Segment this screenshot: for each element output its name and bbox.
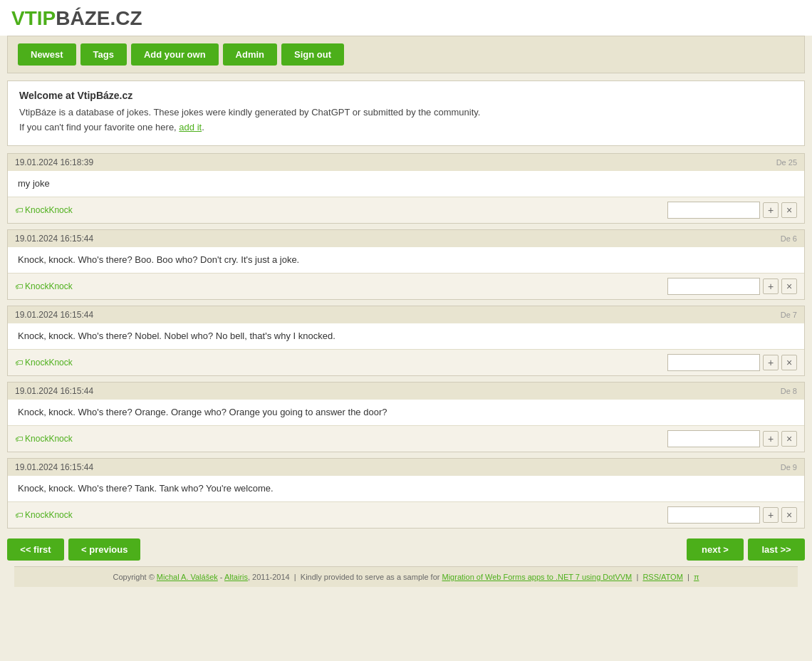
joke-tag-link[interactable]: KnockKnock: [15, 510, 73, 520]
joke-footer: KnockKnock + ×: [8, 425, 804, 452]
footer: Copyright © Michal A. Valášek - Altairis…: [14, 566, 798, 587]
joke-header: 19.01.2024 16:15:44 De 6: [8, 230, 804, 247]
joke-timestamp: 19.01.2024 16:15:44: [15, 310, 93, 320]
joke-header: 19.01.2024 16:15:44 De 7: [8, 306, 804, 323]
tag-input[interactable]: [667, 506, 760, 524]
footer-altairis-link[interactable]: Altairis: [224, 573, 248, 581]
footer-pi-link[interactable]: π: [694, 573, 699, 581]
joke-header: 19.01.2024 16:18:39 De 25: [8, 154, 804, 171]
joke-card: 19.01.2024 16:15:44 De 7 Knock, knock. W…: [7, 306, 805, 376]
tag-area: + ×: [667, 430, 797, 447]
main-content: Welcome at VtipBáze.cz VtipBáze is a dat…: [7, 80, 805, 587]
welcome-text1: VtipBáze is a database of jokes. These j…: [19, 107, 793, 118]
joke-tag-link[interactable]: KnockKnock: [15, 281, 73, 291]
tag-add-button[interactable]: +: [763, 507, 779, 523]
joke-header: 19.01.2024 16:15:44 De 8: [8, 382, 804, 400]
tag-add-button[interactable]: +: [763, 431, 779, 447]
joke-tag-link[interactable]: KnockKnock: [15, 358, 73, 368]
tag-add-button[interactable]: +: [763, 202, 779, 218]
tag-area: + ×: [667, 202, 797, 219]
joke-card: 19.01.2024 16:15:44 De 6 Knock, knock. W…: [7, 229, 805, 300]
joke-card: 19.01.2024 16:15:44 De 8 Knock, knock. W…: [7, 382, 805, 452]
joke-id: De 7: [781, 311, 797, 319]
joke-id: De 6: [781, 234, 797, 243]
joke-body: Knock, knock. Who's there? Nobel. Nobel …: [8, 323, 804, 349]
joke-timestamp: 19.01.2024 16:15:44: [15, 386, 93, 396]
tag-add-button[interactable]: +: [763, 279, 779, 294]
tag-area: + ×: [667, 278, 797, 295]
joke-footer: KnockKnock + ×: [8, 197, 804, 223]
tag-input[interactable]: [667, 202, 760, 219]
welcome-box: Welcome at VtipBáze.cz VtipBáze is a dat…: [7, 80, 805, 146]
tag-remove-button[interactable]: ×: [781, 431, 797, 447]
logo: VTIPBÁZE.CZ: [11, 7, 142, 30]
navbar: Newest Tags Add your own Admin Sign out: [7, 36, 805, 73]
welcome-text2-before: If you can't find your favorite one here…: [19, 122, 177, 132]
newest-button[interactable]: Newest: [18, 43, 76, 66]
previous-button[interactable]: < previous: [68, 538, 140, 561]
joke-body: Knock, knock. Who's there? Orange. Orang…: [8, 400, 804, 425]
tag-add-button[interactable]: +: [763, 355, 779, 370]
header: VTIPBÁZE.CZ: [0, 0, 812, 36]
joke-timestamp: 19.01.2024 16:18:39: [15, 157, 93, 167]
joke-body: Knock, knock. Who's there? Tank. Tank wh…: [8, 476, 804, 501]
joke-card: 19.01.2024 16:15:44 De 9 Knock, knock. W…: [7, 458, 805, 529]
footer-migration-link[interactable]: Migration of Web Forms apps to .NET 7 us…: [442, 573, 633, 581]
joke-id: De 9: [781, 463, 797, 472]
joke-footer: KnockKnock + ×: [8, 273, 804, 299]
jokes-list: 19.01.2024 16:18:39 De 25 my joke KnockK…: [7, 153, 805, 529]
last-button[interactable]: last >>: [748, 538, 805, 561]
logo-vtip: VTIP: [11, 7, 56, 29]
joke-timestamp: 19.01.2024 16:15:44: [15, 234, 93, 244]
tag-area: + ×: [667, 354, 797, 371]
joke-body: my joke: [8, 171, 804, 197]
tag-input[interactable]: [667, 430, 760, 447]
joke-tag-link[interactable]: KnockKnock: [15, 205, 73, 215]
tags-button[interactable]: Tags: [80, 43, 127, 66]
joke-footer: KnockKnock + ×: [8, 349, 804, 375]
joke-id: De 25: [776, 158, 797, 167]
joke-header: 19.01.2024 16:15:44 De 9: [8, 459, 804, 476]
welcome-text2: If you can't find your favorite one here…: [19, 122, 793, 132]
joke-timestamp: 19.01.2024 16:15:44: [15, 462, 93, 472]
first-button[interactable]: << first: [7, 538, 64, 561]
tag-input[interactable]: [667, 278, 760, 295]
tag-remove-button[interactable]: ×: [781, 202, 797, 218]
tag-area: + ×: [667, 506, 797, 524]
pagination-right: next > last >>: [687, 538, 805, 561]
signout-button[interactable]: Sign out: [281, 43, 344, 66]
footer-author-link[interactable]: Michal A. Valášek: [157, 573, 218, 581]
tag-remove-button[interactable]: ×: [781, 279, 797, 294]
add-it-link[interactable]: add it: [179, 122, 202, 132]
logo-baze: BÁZE.CZ: [56, 7, 142, 29]
footer-rss-link[interactable]: RSS/ATOM: [642, 573, 682, 581]
tag-remove-button[interactable]: ×: [781, 355, 797, 370]
admin-button[interactable]: Admin: [223, 43, 277, 66]
tag-input[interactable]: [667, 354, 760, 371]
pagination: << first < previous next > last >>: [7, 538, 805, 561]
joke-id: De 8: [781, 387, 797, 395]
pagination-left: << first < previous: [7, 538, 140, 561]
welcome-text2-after: .: [202, 122, 204, 132]
next-button[interactable]: next >: [687, 538, 744, 561]
welcome-title: Welcome at VtipBáze.cz: [19, 90, 793, 101]
add-button[interactable]: Add your own: [131, 43, 219, 66]
joke-footer: KnockKnock + ×: [8, 501, 804, 528]
joke-card: 19.01.2024 16:18:39 De 25 my joke KnockK…: [7, 153, 805, 224]
joke-body: Knock, knock. Who's there? Boo. Boo who?…: [8, 247, 804, 273]
joke-tag-link[interactable]: KnockKnock: [15, 434, 73, 444]
tag-remove-button[interactable]: ×: [781, 507, 797, 523]
